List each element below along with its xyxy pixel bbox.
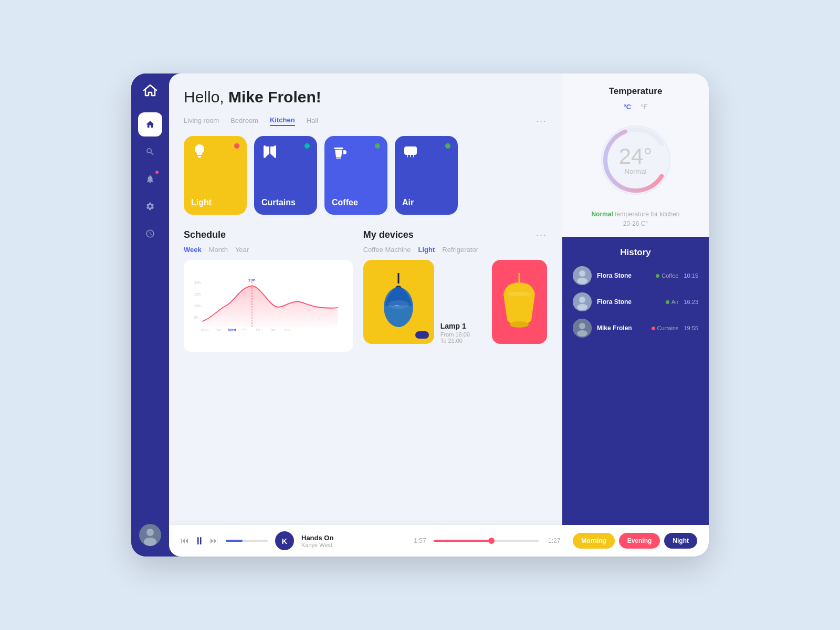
svg-text:Fri: Fri (256, 328, 260, 332)
player-song-name: Hands On (301, 534, 406, 542)
lamp1-name: Lamp 1 (440, 322, 486, 330)
history-time-0: 10:15 (684, 272, 698, 279)
player-mini-progress[interactable] (226, 540, 268, 542)
sidebar-item-home[interactable] (138, 112, 162, 136)
scene-evening-button[interactable]: Evening (619, 533, 660, 549)
scene-night-button[interactable]: Night (664, 533, 697, 549)
light-icon (191, 143, 239, 164)
subtab-month[interactable]: Month (209, 246, 228, 254)
subtab-week[interactable]: Week (184, 246, 202, 254)
air-label: Air (402, 198, 450, 207)
bottom-sections: Schedule Week Month Year 20h 15h (184, 229, 547, 352)
tab-bedroom[interactable]: Bedroom (230, 117, 258, 125)
devices-more[interactable]: ··· (536, 229, 547, 240)
history-dot-0 (656, 274, 659, 278)
svg-text:Sun: Sun (284, 328, 290, 332)
light-status-dot (234, 143, 239, 149)
room-tabs-more[interactable]: ··· (536, 116, 547, 127)
svg-text:5h: 5h (194, 315, 198, 320)
player-avatar: K (275, 531, 294, 550)
history-item-1: Flora Stone Air 16:23 (573, 292, 698, 311)
devices-title: My devices (363, 229, 414, 240)
history-action-2: Curtains (652, 325, 679, 331)
svg-point-37 (577, 304, 587, 310)
devices-cards-row: ~ Lamp 1 From 16:00 (363, 260, 547, 344)
chart-svg: 20h 15h 10h 5h 19h (191, 267, 345, 344)
device-card-light[interactable]: Light (184, 136, 247, 215)
player-controls: ⏮ ⏸ ⏭ (181, 535, 218, 547)
svg-point-36 (579, 297, 585, 303)
player-slider-thumb (488, 538, 495, 544)
devices-subtab-light[interactable]: Light (418, 246, 435, 254)
temperature-title: Temperature (573, 86, 698, 97)
temperature-section: Temperature °C °F (562, 74, 709, 237)
temp-gauge: 24° Normal (594, 118, 678, 202)
temp-number: 24° (619, 145, 653, 167)
subtab-year[interactable]: Year (235, 246, 249, 254)
tab-hall[interactable]: Hall (307, 117, 318, 125)
svg-point-40 (577, 330, 587, 337)
player-mini-fill (226, 540, 243, 542)
player-slider-fill (434, 540, 491, 542)
svg-point-27 (510, 321, 529, 328)
right-panel: Temperature °C °F (562, 74, 709, 525)
svg-point-34 (577, 278, 587, 284)
history-action-text-1: Air (671, 299, 678, 305)
history-title: History (573, 247, 698, 258)
svg-text:Sat: Sat (270, 328, 276, 332)
sidebar-item-clock[interactable] (138, 222, 162, 246)
device-card-air[interactable]: Air (395, 136, 458, 215)
app-shell: Hello, Mike Frolen! Living room Bedroom … (131, 74, 709, 556)
tab-living-room[interactable]: Living room (184, 117, 219, 125)
svg-text:20h: 20h (194, 280, 201, 285)
history-action-text-0: Coffee (662, 272, 678, 279)
devices-subtab-coffee[interactable]: Coffee Machine (363, 246, 411, 254)
schedule-header: Schedule (184, 229, 353, 240)
schedule-title: Schedule (184, 229, 226, 240)
player-slider[interactable] (434, 540, 539, 542)
sidebar-item-search[interactable] (138, 140, 162, 164)
tab-kitchen[interactable]: Kitchen (270, 116, 295, 126)
user-avatar[interactable] (139, 524, 161, 546)
prev-button[interactable]: ⏮ (181, 536, 189, 545)
history-avatar-2 (573, 319, 592, 338)
history-action-0: Coffee (656, 272, 678, 279)
greeting-name: Mike Frolen! (228, 88, 321, 106)
air-status-dot (445, 143, 450, 149)
sidebar-item-bell[interactable] (138, 167, 162, 191)
lamp2-image (492, 260, 547, 344)
next-button[interactable]: ⏭ (210, 536, 218, 545)
schedule-chart: 20h 15h 10h 5h 19h (184, 260, 353, 352)
history-dot-1 (666, 300, 669, 304)
device-card-curtains[interactable]: Curtains (254, 136, 317, 215)
temp-unit-celsius[interactable]: °C (624, 103, 632, 111)
temp-unit-fahrenheit[interactable]: °F (640, 103, 647, 111)
svg-point-1 (146, 529, 154, 536)
device-thumb-lamp2[interactable] (492, 260, 547, 344)
scene-morning-button[interactable]: Morning (573, 533, 614, 549)
devices-section: My devices ··· Coffee Machine Light Refr… (363, 229, 547, 352)
svg-text:Mon: Mon (201, 328, 208, 332)
coffee-label: Coffee (332, 198, 380, 207)
device-card-coffee[interactable]: Coffee (324, 136, 387, 215)
history-time-2: 19:55 (684, 325, 698, 331)
player-time-start: 1:57 (414, 537, 426, 544)
devices-subtab-fridge[interactable]: Refrigerator (442, 246, 478, 254)
history-item-2: Mike Frolen Curtains 19:55 (573, 319, 698, 338)
pause-button[interactable]: ⏸ (194, 535, 205, 547)
svg-rect-4 (274, 145, 276, 158)
svg-point-28 (508, 292, 531, 296)
svg-text:19h: 19h (248, 278, 256, 282)
svg-rect-3 (264, 145, 266, 158)
history-name-1: Flora Stone (597, 298, 660, 306)
lamp1-toggle[interactable] (415, 331, 429, 339)
device-cards: Light Curtains (184, 136, 547, 215)
svg-point-39 (579, 323, 585, 329)
svg-text:15h: 15h (194, 292, 201, 297)
main-area: Hello, Mike Frolen! Living room Bedroom … (169, 74, 709, 556)
room-tabs: Living room Bedroom Kitchen Hall ··· (184, 116, 547, 127)
history-avatar-0 (573, 266, 592, 285)
content-row: Hello, Mike Frolen! Living room Bedroom … (169, 74, 709, 525)
sidebar-item-settings[interactable] (138, 194, 162, 218)
sidebar-logo (143, 84, 158, 100)
